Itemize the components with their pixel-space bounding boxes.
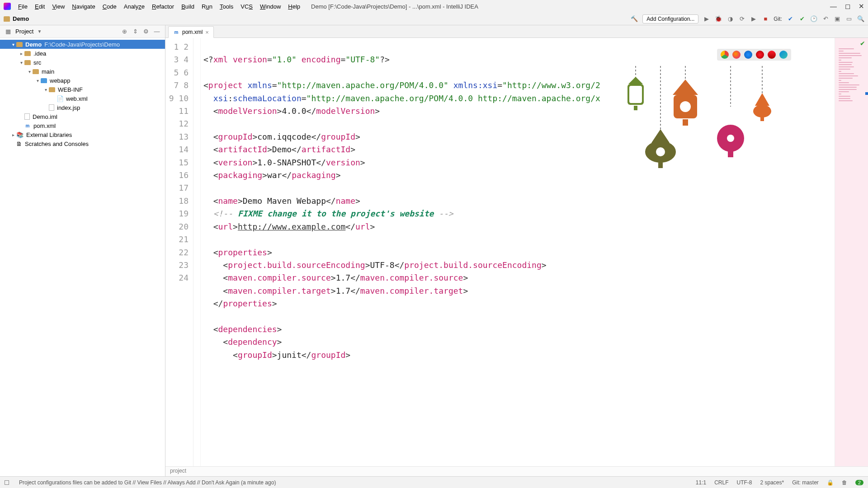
file-encoding[interactable]: UTF-8 xyxy=(736,479,752,486)
menu-help[interactable]: Help xyxy=(285,2,303,11)
minimize-button[interactable]: — xyxy=(830,2,837,10)
menu-refactor[interactable]: Refactor xyxy=(149,2,177,11)
menu-navigate[interactable]: Navigate xyxy=(69,2,98,11)
menu-code[interactable]: Code xyxy=(100,2,119,11)
menu-analyze[interactable]: Analyze xyxy=(121,2,147,11)
safari-icon[interactable] xyxy=(744,51,752,59)
tree-label: WEB-INF xyxy=(58,86,83,93)
tree-item[interactable]: ▾WEB-INF xyxy=(0,85,165,94)
project-tree[interactable]: ▾ Demo F:\Code-Java\Projects\Demo ▸.idea… xyxy=(0,38,165,150)
editor-area: m pom.xml × 1 2 3 4 5 6 7 8 9 10 11 12 1… xyxy=(165,25,868,476)
edge-icon[interactable] xyxy=(779,51,788,59)
project-view-title[interactable]: Project xyxy=(15,28,33,35)
app-icon xyxy=(4,3,11,10)
menu-build[interactable]: Build xyxy=(179,2,197,11)
tree-label: .idea xyxy=(33,50,46,57)
fold-column[interactable] xyxy=(193,38,201,466)
opera-icon[interactable] xyxy=(756,51,764,59)
svg-marker-7 xyxy=(628,77,643,84)
coverage-icon[interactable]: ◑ xyxy=(726,15,734,23)
maximize-button[interactable]: ◻ xyxy=(845,2,850,10)
menubar: File Edit View Navigate Code Analyze Ref… xyxy=(0,0,868,13)
folder-icon xyxy=(49,87,55,92)
git-history-icon[interactable]: 🕑 xyxy=(810,15,817,23)
search-everywhere-icon[interactable]: 🔍 xyxy=(857,15,864,23)
run-icon[interactable]: ▶ xyxy=(703,15,710,23)
menu-tools[interactable]: Tools xyxy=(217,2,236,11)
lock-icon[interactable]: 🔒 xyxy=(827,479,834,486)
editor-tab-pom[interactable]: m pom.xml × xyxy=(168,26,214,38)
stop-icon[interactable]: ■ xyxy=(762,15,769,23)
git-update-icon[interactable]: ✔ xyxy=(787,15,794,23)
tree-item[interactable]: 🗎Scratches and Consoles xyxy=(0,139,165,148)
svg-rect-11 xyxy=(683,119,688,126)
inspection-ok-icon: ✔ xyxy=(860,40,865,47)
attach-icon[interactable]: ▶ xyxy=(750,15,757,23)
indent-status[interactable]: 2 spaces* xyxy=(760,479,784,486)
svg-rect-9 xyxy=(674,95,697,118)
locate-icon[interactable]: ⊕ xyxy=(121,28,128,35)
firefox-icon[interactable] xyxy=(732,51,741,59)
tree-item[interactable]: 📄web.xml xyxy=(0,94,165,103)
menu-run[interactable]: Run xyxy=(199,2,215,11)
git-commit-icon[interactable]: ✔ xyxy=(798,15,806,23)
navigation-bar: Demo 🔨 Add Configuration... ▶ 🐞 ◑ ⟳ ▶ ■ … xyxy=(0,13,868,25)
project-view-icon[interactable]: ▦ xyxy=(5,28,12,35)
svg-rect-8 xyxy=(634,106,637,110)
tree-item[interactable]: ▾main xyxy=(0,67,165,76)
settings-icon[interactable]: ⚙ xyxy=(142,28,150,35)
window-title: Demo [F:\Code-Java\Projects\Demo] - ...\… xyxy=(311,3,478,10)
svg-point-13 xyxy=(645,141,676,163)
tree-item[interactable]: ▸.idea xyxy=(0,49,165,58)
collapse-all-icon[interactable]: ⇕ xyxy=(132,28,139,35)
editor-breadcrumb[interactable]: project xyxy=(165,466,868,476)
tree-item[interactable]: ▾webapp xyxy=(0,76,165,85)
tree-root[interactable]: ▾ Demo F:\Code-Java\Projects\Demo xyxy=(0,40,165,49)
menu-window[interactable]: Window xyxy=(257,2,283,11)
caret-position[interactable]: 11:1 xyxy=(696,479,706,486)
decorative-lanterns-icon xyxy=(559,53,780,200)
svg-rect-18 xyxy=(728,151,733,157)
chrome-icon[interactable] xyxy=(721,51,729,59)
menu-edit[interactable]: Edit xyxy=(32,2,47,11)
notifications-badge[interactable]: 2 xyxy=(855,480,863,485)
toolwindow-toggle-icon[interactable] xyxy=(5,480,9,485)
status-message[interactable]: Project configurations files can be adde… xyxy=(19,479,276,486)
tree-item[interactable]: Demo.iml xyxy=(0,112,165,121)
svg-rect-15 xyxy=(658,162,663,168)
breadcrumb-item[interactable]: project xyxy=(170,468,186,474)
tree-item[interactable]: ▾src xyxy=(0,58,165,67)
toolwindow-icon[interactable]: ▭ xyxy=(845,15,853,23)
file-icon xyxy=(24,113,30,120)
ide-settings-icon[interactable]: ▣ xyxy=(834,15,841,23)
file-icon xyxy=(49,104,54,111)
git-branch[interactable]: Git: master xyxy=(792,479,819,486)
svg-rect-21 xyxy=(760,117,764,121)
close-button[interactable]: ✕ xyxy=(859,2,864,10)
nav-project-name[interactable]: Demo xyxy=(13,15,29,22)
profile-icon[interactable]: ⟳ xyxy=(738,15,745,23)
tree-item[interactable]: index.jsp xyxy=(0,103,165,112)
debug-icon[interactable]: 🐞 xyxy=(715,15,722,23)
build-icon[interactable]: 🔨 xyxy=(631,15,638,23)
menu-vcs[interactable]: VCS xyxy=(238,2,255,11)
tree-root-name: Demo xyxy=(25,41,42,48)
code-editor[interactable]: <?xml version="1.0" encoding="UTF-8"?> <… xyxy=(201,38,835,466)
line-gutter[interactable]: 1 2 3 4 5 6 7 8 9 10 11 12 13 14 15 16 1… xyxy=(165,38,193,466)
browser-launchers xyxy=(717,49,791,61)
add-configuration-button[interactable]: Add Configuration... xyxy=(642,14,698,23)
menu-file[interactable]: File xyxy=(15,2,30,11)
webapp-folder-icon xyxy=(41,78,47,83)
menu-view[interactable]: View xyxy=(49,2,67,11)
opera-alt-icon[interactable] xyxy=(768,51,776,59)
svg-point-16 xyxy=(717,125,744,152)
svg-point-17 xyxy=(727,135,734,142)
tree-item[interactable]: ▸📚External Libraries xyxy=(0,130,165,139)
close-tab-icon[interactable]: × xyxy=(205,29,209,36)
git-revert-icon[interactable]: ↶ xyxy=(822,15,829,23)
memory-icon[interactable]: 🗑 xyxy=(842,479,847,486)
line-separator[interactable]: CRLF xyxy=(714,479,728,486)
tree-item[interactable]: mpom.xml xyxy=(0,121,165,130)
hide-icon[interactable]: — xyxy=(153,28,160,35)
editor-minimap[interactable]: ✔ xyxy=(835,38,868,466)
